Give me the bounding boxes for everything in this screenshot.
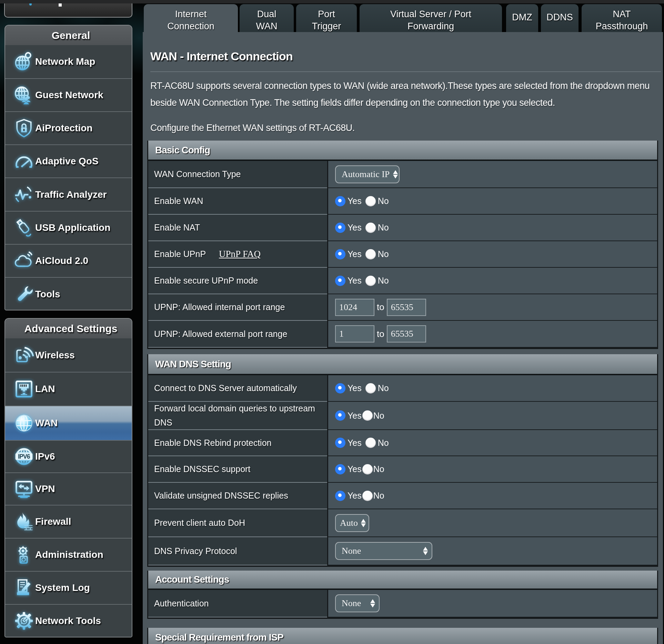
svg-text:IPV6: IPV6 <box>18 453 30 460</box>
